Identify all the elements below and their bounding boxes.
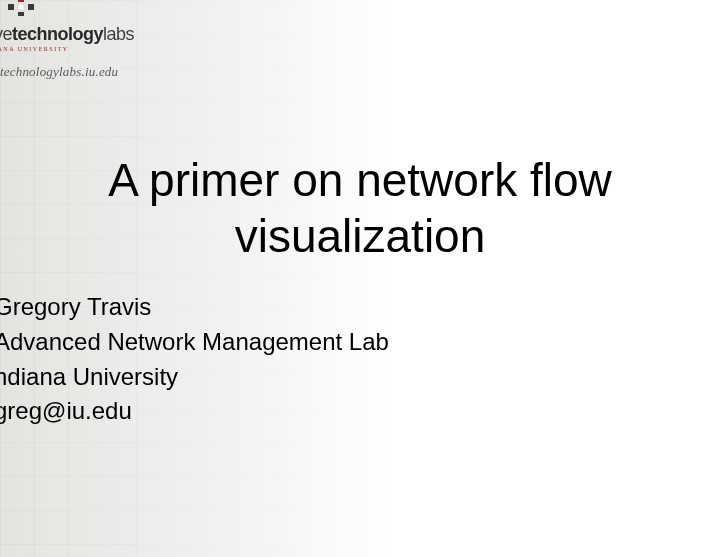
brand-logo-icon	[8, 0, 254, 20]
brand-name-bold: technology	[12, 24, 103, 44]
svg-rect-1	[8, 4, 14, 10]
slide: vetechnologylabs IANA UNIVERSITY etechno…	[0, 0, 720, 557]
title-line-1: A primer on network flow	[40, 152, 680, 208]
brand-url: etechnologylabs.iu.edu	[0, 64, 254, 80]
svg-rect-2	[18, 4, 24, 10]
svg-rect-3	[28, 4, 34, 10]
author-lab: Advanced Network Management Lab	[0, 325, 389, 360]
author-email: greg@iu.edu	[0, 394, 389, 429]
brand-subline: IANA UNIVERSITY	[0, 46, 254, 52]
author-affiliation: ndiana University	[0, 360, 389, 395]
brand-name-prefix: ve	[0, 24, 12, 44]
author-name: Gregory Travis	[0, 290, 389, 325]
svg-rect-4	[18, 12, 24, 16]
brand-name-suffix: labs	[103, 24, 134, 44]
slide-title: A primer on network flow visualization	[0, 152, 720, 264]
title-line-2: visualization	[40, 208, 680, 264]
brand-name: vetechnologylabs	[0, 24, 254, 45]
author-block: Gregory Travis Advanced Network Manageme…	[0, 290, 389, 429]
svg-rect-0	[18, 0, 24, 2]
brand-block: vetechnologylabs IANA UNIVERSITY etechno…	[0, 0, 254, 80]
